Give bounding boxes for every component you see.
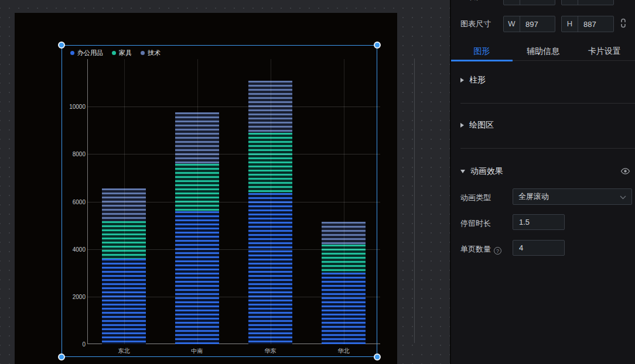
section-bar-shape-label: 柱形 <box>469 75 486 85</box>
y-axis-tick-label: 0 <box>50 341 86 348</box>
properties-panel: 图表位置 X Y 图表尺寸 W H <box>450 0 635 364</box>
chevron-down-icon <box>620 191 626 202</box>
legend-item[interactable]: 家具 <box>112 49 132 57</box>
caret-right-icon <box>460 78 464 83</box>
tab-card-settings[interactable]: 卡片设置 <box>573 42 635 60</box>
x-axis-tick-label: 东北 <box>101 347 148 355</box>
chart-legend: 办公用品家具技术 <box>70 49 161 57</box>
bar-segment[interactable] <box>175 112 219 163</box>
section-bar-shape[interactable]: 柱形 <box>460 75 486 85</box>
section-animation-label: 动画效果 <box>470 166 503 177</box>
bar-segment[interactable] <box>102 221 146 259</box>
h-prefix: H <box>562 16 578 32</box>
x-axis-tick-label: 中南 <box>174 347 221 355</box>
y-prefix: Y <box>562 0 578 5</box>
y-axis-tick-label: 6000 <box>50 199 86 205</box>
chart-height-input-group: H <box>561 16 614 32</box>
bar-segment[interactable] <box>248 133 292 193</box>
bar-segment[interactable] <box>175 164 219 211</box>
gridline-horizontal <box>87 154 380 154</box>
tab-graph[interactable]: 图形 <box>451 42 513 60</box>
dashboard-workspace: 办公用品家具技术 东北中南华东华北0200040006000800010000 … <box>0 0 635 364</box>
section-plot-area[interactable]: 绘图区 <box>460 120 494 131</box>
animation-type-select[interactable]: 全屏滚动 <box>513 188 632 205</box>
page-count-input[interactable] <box>513 240 565 256</box>
bar-segment[interactable] <box>322 245 366 273</box>
y-axis-tick-label: 10000 <box>50 104 86 110</box>
y-axis-tick-label: 2000 <box>50 294 86 300</box>
bar-segment[interactable] <box>322 273 366 344</box>
chart-width-input[interactable] <box>520 20 555 29</box>
chart-position-label: 图表位置 <box>460 0 503 2</box>
chart-y-input-group: Y <box>561 0 614 5</box>
bar-segment[interactable] <box>175 211 219 344</box>
help-icon: ? <box>494 247 501 255</box>
w-prefix: W <box>504 16 520 32</box>
x-prefix: X <box>504 0 520 5</box>
legend-dot-icon <box>112 51 116 55</box>
bar-segment[interactable] <box>248 193 292 344</box>
guide-line <box>414 59 415 343</box>
selection-handle-top-left[interactable] <box>58 42 65 49</box>
selection-handle-top-right[interactable] <box>374 42 381 49</box>
caret-down-icon <box>460 170 465 173</box>
dwell-duration-label: 停留时长 <box>460 218 491 229</box>
legend-item[interactable]: 办公用品 <box>70 49 103 57</box>
legend-dot-icon <box>141 51 145 55</box>
section-divider <box>460 148 635 149</box>
dwell-duration-input[interactable] <box>513 214 565 230</box>
legend-label: 技术 <box>148 49 161 57</box>
chart-size-label: 图表尺寸 <box>460 19 503 29</box>
animation-type-value: 全屏滚动 <box>518 191 549 202</box>
bar-segment[interactable] <box>102 188 146 221</box>
chart-x-input[interactable] <box>520 0 555 2</box>
x-axis-tick-label: 华东 <box>247 347 294 355</box>
legend-label: 家具 <box>119 49 132 57</box>
chart-x-input-group: X <box>503 0 555 5</box>
tab-auxiliary-info[interactable]: 辅助信息 <box>513 42 574 60</box>
animation-type-label: 动画类型 <box>460 193 491 203</box>
stacked-bar-chart-widget[interactable]: 办公用品家具技术 东北中南华东华北0200040006000800010000 <box>62 45 377 357</box>
page-count-label: 单页数量? <box>460 244 501 255</box>
selection-handle-bottom-left[interactable] <box>58 353 65 360</box>
y-axis-tick-label: 8000 <box>50 151 86 157</box>
section-animation[interactable]: 动画效果 <box>460 166 503 177</box>
gridline-horizontal <box>87 107 380 107</box>
chart-height-input[interactable] <box>578 20 613 29</box>
chart-plot-area: 东北中南华东华北0200040006000800010000 <box>87 59 380 344</box>
panel-tabs: 图形 辅助信息 卡片设置 <box>451 42 635 61</box>
x-axis-tick-label: 华北 <box>320 347 367 355</box>
bar-segment[interactable] <box>322 222 366 245</box>
bar-segment[interactable] <box>248 81 292 133</box>
page-count-label-text: 单页数量 <box>460 245 491 253</box>
chart-width-input-group: W <box>503 16 555 32</box>
legend-dot-icon <box>70 51 74 55</box>
y-axis-line <box>87 59 88 344</box>
caret-right-icon <box>460 123 464 128</box>
bar-segment[interactable] <box>102 259 146 344</box>
legend-label: 办公用品 <box>77 49 103 57</box>
chart-position-row: 图表位置 X Y <box>451 0 635 5</box>
legend-item[interactable]: 技术 <box>141 49 161 57</box>
section-plot-area-label: 绘图区 <box>469 120 494 131</box>
y-axis-tick-label: 4000 <box>50 246 86 253</box>
section-divider <box>460 103 635 104</box>
link-aspect-icon[interactable] <box>619 18 627 30</box>
chart-size-row: 图表尺寸 W H <box>451 16 635 32</box>
selection-handle-bottom-right[interactable] <box>374 353 381 360</box>
visibility-eye-icon[interactable] <box>620 167 630 178</box>
chart-y-input[interactable] <box>578 0 613 2</box>
